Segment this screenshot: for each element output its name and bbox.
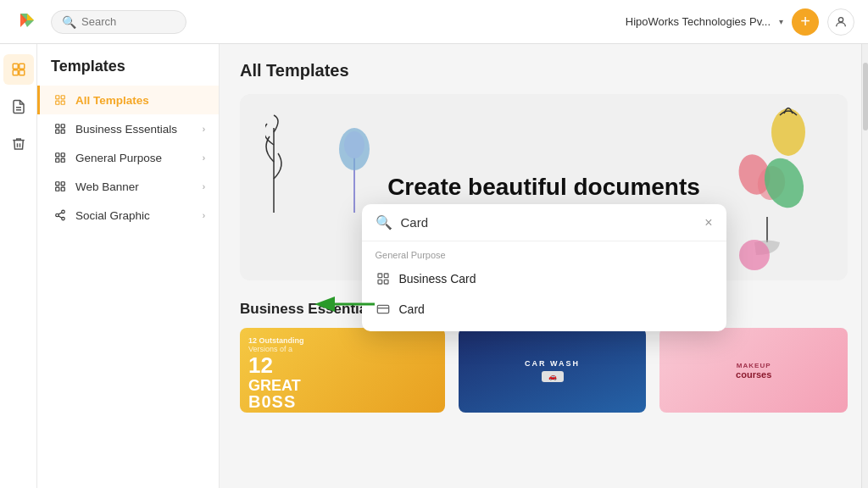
- card-big-2: GREAT: [248, 378, 437, 393]
- general-purpose-icon: [53, 151, 67, 164]
- cards-row: 12 Outstanding Versions of a 12 GREAT B0…: [240, 328, 848, 413]
- card-label-car-wash: CAR WASH: [525, 359, 580, 368]
- svg-rect-17: [61, 153, 64, 157]
- svg-point-33: [771, 108, 805, 156]
- dropdown-search-input[interactable]: [401, 215, 697, 230]
- template-card-1[interactable]: 12 Outstanding Versions of a 12 GREAT B0…: [240, 328, 445, 413]
- dropdown-item-label: Card: [399, 302, 425, 316]
- svg-rect-8: [56, 96, 59, 99]
- svg-rect-42: [384, 280, 388, 284]
- svg-rect-23: [61, 187, 64, 191]
- sidebar-item-label: All Templates: [75, 94, 149, 107]
- dropdown-item-label: Business Card: [399, 272, 476, 286]
- dropdown-search-icon: 🔍: [376, 214, 392, 230]
- deco-right: [729, 107, 822, 280]
- card-icon: [376, 302, 391, 317]
- svg-line-27: [58, 216, 62, 218]
- svg-rect-2: [13, 64, 18, 69]
- icon-strip-templates[interactable]: [3, 54, 34, 85]
- scrollbar[interactable]: [861, 44, 868, 488]
- search-box[interactable]: 🔍: [51, 10, 186, 34]
- svg-rect-40: [384, 274, 388, 278]
- svg-rect-22: [56, 187, 59, 191]
- search-icon: 🔍: [62, 15, 76, 29]
- svg-rect-12: [56, 125, 59, 128]
- sidebar-item-general-purpose[interactable]: General Purpose ›: [37, 143, 219, 172]
- sidebar-item-web-banner[interactable]: Web Banner ›: [37, 172, 219, 201]
- card-big-3: B0SS: [248, 393, 437, 410]
- sidebar-item-social-graphic[interactable]: Social Graphic ›: [37, 201, 219, 230]
- social-graphic-icon: [53, 208, 67, 222]
- card-sublabel-1: Versions of a: [248, 345, 437, 353]
- chevron-icon: ›: [203, 153, 205, 163]
- chevron-icon: ›: [203, 211, 205, 220]
- svg-point-32: [344, 131, 364, 158]
- icon-strip: [0, 44, 37, 488]
- search-dropdown: 🔍 × General Purpose Business Card: [362, 204, 726, 331]
- svg-point-25: [56, 214, 59, 217]
- business-card-icon: [376, 271, 391, 286]
- svg-rect-16: [56, 153, 59, 157]
- dropdown-item-card[interactable]: Card: [362, 294, 726, 324]
- sidebar-item-label: General Purpose: [75, 152, 162, 164]
- hero-banner: Create beautiful documents: [240, 94, 848, 280]
- svg-rect-18: [56, 158, 59, 162]
- close-icon[interactable]: ×: [704, 215, 712, 230]
- logo: [14, 7, 41, 37]
- chevron-icon: ›: [203, 125, 205, 134]
- dropdown-item-business-card[interactable]: Business Card: [362, 263, 726, 294]
- svg-rect-4: [13, 70, 18, 75]
- user-button[interactable]: [827, 8, 854, 36]
- content-area: All Templates: [220, 44, 868, 488]
- page-title: All Templates: [240, 61, 848, 80]
- sidebar-item-label: Business Essentials: [75, 123, 177, 136]
- card-big-1: 12: [248, 353, 437, 378]
- svg-rect-41: [378, 280, 382, 284]
- svg-rect-20: [56, 182, 59, 186]
- svg-rect-14: [56, 130, 59, 133]
- svg-point-26: [62, 217, 65, 220]
- all-templates-icon: [53, 93, 67, 107]
- svg-rect-9: [61, 96, 64, 99]
- company-name: HipoWorks Technologies Pv...: [626, 15, 771, 28]
- svg-rect-5: [19, 70, 24, 75]
- svg-point-36: [758, 152, 810, 213]
- card-makeup-content: makeup courses: [736, 362, 771, 380]
- svg-rect-43: [377, 305, 388, 313]
- sidebar-item-business-essentials[interactable]: Business Essentials ›: [37, 114, 219, 143]
- svg-rect-11: [61, 101, 64, 104]
- card-label-1: 12 Outstanding: [248, 336, 437, 345]
- svg-point-1: [838, 17, 843, 21]
- dropdown-section-label: General Purpose: [362, 241, 726, 263]
- svg-rect-3: [19, 64, 24, 69]
- svg-line-28: [58, 213, 62, 214]
- svg-rect-13: [61, 125, 64, 128]
- template-card-3[interactable]: makeup courses: [659, 328, 848, 413]
- svg-rect-19: [61, 158, 64, 162]
- hero-text: Create beautiful documents: [387, 174, 700, 201]
- svg-rect-15: [61, 130, 64, 133]
- main-layout: Templates All Templates: [0, 44, 868, 488]
- topbar: 🔍 HipoWorks Technologies Pv... ▾ +: [0, 0, 868, 44]
- card-car-detail: 🚗: [548, 373, 557, 380]
- dropdown-search-row: 🔍 ×: [362, 204, 726, 241]
- sidebar-item-label: Social Graphic: [75, 209, 150, 222]
- sidebar-item-all-templates[interactable]: All Templates: [37, 86, 219, 114]
- sidebar-title: Templates: [37, 58, 219, 86]
- scrollbar-thumb[interactable]: [863, 63, 868, 130]
- svg-rect-21: [61, 182, 64, 186]
- svg-point-38: [739, 240, 770, 270]
- chevron-icon: ›: [203, 182, 205, 191]
- icon-strip-trash[interactable]: [3, 129, 34, 159]
- icon-strip-doc[interactable]: [3, 92, 34, 122]
- search-input[interactable]: [81, 15, 175, 28]
- template-card-2[interactable]: CAR WASH 🚗: [459, 328, 647, 413]
- sidebar-item-label: Web Banner: [75, 180, 139, 193]
- new-button[interactable]: +: [792, 8, 819, 36]
- svg-rect-39: [378, 274, 382, 278]
- topbar-right: HipoWorks Technologies Pv... ▾ +: [626, 8, 854, 36]
- sidebar: Templates All Templates: [37, 44, 220, 488]
- chevron-icon[interactable]: ▾: [779, 17, 783, 26]
- web-banner-icon: [53, 180, 67, 193]
- svg-rect-10: [56, 101, 59, 104]
